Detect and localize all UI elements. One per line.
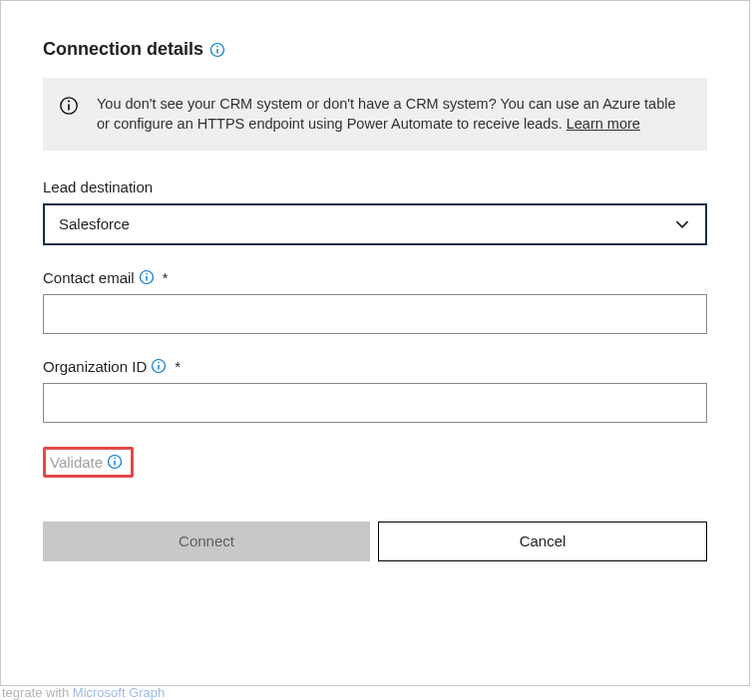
field-label: Contact email *	[43, 269, 707, 286]
required-marker: *	[163, 269, 169, 286]
button-row: Connect Cancel	[43, 522, 707, 561]
background-text-leak: tegrate with Microsoft Graph	[2, 685, 165, 700]
info-icon[interactable]	[209, 42, 225, 58]
cancel-button[interactable]: Cancel	[378, 522, 707, 561]
connect-button[interactable]: Connect	[43, 522, 370, 561]
svg-point-8	[146, 273, 148, 275]
infobox: You don't see your CRM system or don't h…	[43, 78, 707, 151]
organization-id-label: Organization ID	[43, 358, 147, 375]
learn-more-link[interactable]: Learn more	[566, 116, 640, 132]
info-icon[interactable]	[139, 269, 155, 285]
info-icon[interactable]	[107, 454, 123, 470]
infobox-message: You don't see your CRM system or don't h…	[97, 94, 687, 135]
svg-point-5	[68, 101, 70, 103]
validate-link[interactable]: Validate	[50, 454, 103, 471]
heading-row: Connection details	[43, 39, 707, 60]
svg-point-2	[216, 45, 218, 47]
required-marker: *	[175, 358, 181, 375]
info-icon[interactable]	[151, 358, 167, 374]
lead-destination-label: Lead destination	[43, 178, 153, 195]
field-label: Lead destination	[43, 178, 707, 195]
dialog-title: Connection details	[43, 39, 203, 60]
dropdown-value: Salesforce	[59, 215, 130, 232]
lead-destination-dropdown[interactable]: Salesforce	[43, 203, 707, 245]
svg-point-14	[114, 458, 116, 460]
organization-id-input[interactable]	[43, 383, 707, 423]
chevron-down-icon	[673, 215, 691, 233]
organization-id-field: Organization ID *	[43, 358, 707, 423]
svg-point-11	[158, 362, 160, 364]
field-label: Organization ID *	[43, 358, 707, 375]
lead-destination-field: Lead destination Salesforce	[43, 178, 707, 245]
contact-email-field: Contact email *	[43, 269, 707, 334]
contact-email-label: Contact email	[43, 269, 135, 286]
connection-details-dialog: Connection details You don't see your CR…	[0, 0, 750, 686]
info-icon	[59, 96, 79, 116]
validate-highlight: Validate	[43, 447, 134, 478]
contact-email-input[interactable]	[43, 294, 707, 334]
